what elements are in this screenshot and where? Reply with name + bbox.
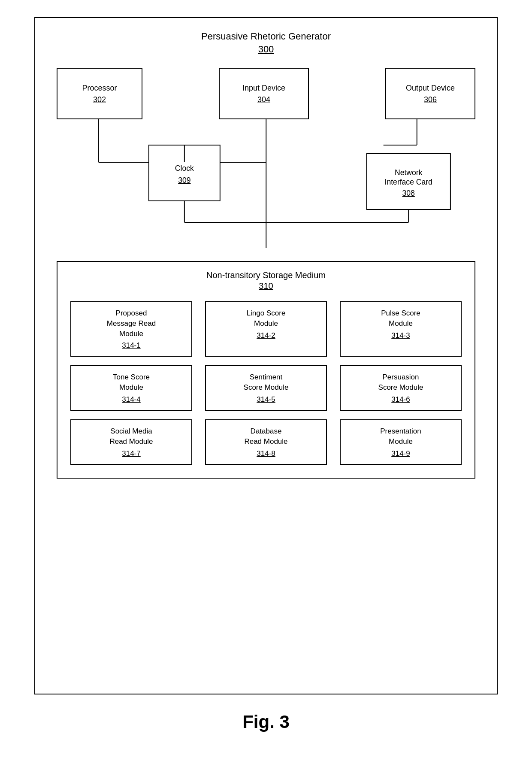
- connections-area: Clock 309 Network Interface Card 308: [57, 119, 484, 248]
- processor-label: Processor: [66, 83, 133, 94]
- svg-text:Interface Card: Interface Card: [385, 178, 432, 186]
- svg-text:Network: Network: [395, 168, 422, 177]
- module-box-314-2: Lingo Score Module314-2: [205, 301, 327, 357]
- module-label-314-4: Tone Score Module: [76, 372, 187, 393]
- diagram-title-line1: Persuasive Rhetoric Generator: [52, 31, 480, 42]
- output-device-label: Output Device: [395, 83, 466, 94]
- module-label-314-7: Social Media Read Module: [76, 426, 187, 447]
- diagram-title-ref: 300: [52, 44, 480, 55]
- diagram-container: Persuasive Rhetoric Generator 300 Proces…: [34, 17, 498, 694]
- input-device-box: Input Device 304: [219, 68, 309, 119]
- storage-title: Non-transitory Storage Medium: [70, 270, 462, 280]
- module-ref-314-3: 314-3: [345, 331, 456, 340]
- output-device-ref: 306: [395, 95, 466, 104]
- input-device-ref: 304: [228, 95, 299, 104]
- module-box-314-3: Pulse Score Module314-3: [340, 301, 462, 357]
- module-ref-314-1: 314-1: [76, 341, 187, 350]
- module-box-314-5: Sentiment Score Module314-5: [205, 365, 327, 411]
- module-box-314-1: Proposed Message Read Module314-1: [70, 301, 192, 357]
- svg-text:309: 309: [178, 176, 190, 185]
- module-ref-314-8: 314-8: [210, 449, 322, 458]
- processor-ref: 302: [66, 95, 133, 104]
- module-label-314-3: Pulse Score Module: [345, 308, 456, 329]
- module-box-314-8: Database Read Module314-8: [205, 419, 327, 465]
- module-box-314-7: Social Media Read Module314-7: [70, 419, 192, 465]
- module-label-314-1: Proposed Message Read Module: [76, 308, 187, 339]
- input-device-label: Input Device: [228, 83, 299, 94]
- svg-text:308: 308: [402, 189, 415, 197]
- module-ref-314-6: 314-6: [345, 395, 456, 404]
- module-box-314-9: Presentation Module314-9: [340, 419, 462, 465]
- module-ref-314-7: 314-7: [76, 449, 187, 458]
- top-row: Processor 302 Input Device 304 Output De…: [52, 68, 480, 119]
- module-ref-314-9: 314-9: [345, 449, 456, 458]
- storage-ref: 310: [70, 281, 462, 291]
- connections-svg: Clock 309 Network Interface Card 308: [57, 119, 484, 248]
- module-box-314-4: Tone Score Module314-4: [70, 365, 192, 411]
- svg-text:Clock: Clock: [175, 164, 194, 173]
- fig-caption: Fig. 3: [242, 712, 290, 732]
- module-label-314-9: Presentation Module: [345, 426, 456, 447]
- module-label-314-5: Sentiment Score Module: [210, 372, 322, 393]
- output-device-box: Output Device 306: [385, 68, 475, 119]
- module-ref-314-2: 314-2: [210, 331, 322, 340]
- module-label-314-2: Lingo Score Module: [210, 308, 322, 329]
- module-label-314-6: Persuasion Score Module: [345, 372, 456, 393]
- storage-medium-box: Non-transitory Storage Medium 310 Propos…: [57, 261, 475, 479]
- module-ref-314-4: 314-4: [76, 395, 187, 404]
- module-ref-314-5: 314-5: [210, 395, 322, 404]
- module-box-314-6: Persuasion Score Module314-6: [340, 365, 462, 411]
- modules-grid: Proposed Message Read Module314-1Lingo S…: [70, 301, 462, 465]
- module-label-314-8: Database Read Module: [210, 426, 322, 447]
- processor-box: Processor 302: [57, 68, 142, 119]
